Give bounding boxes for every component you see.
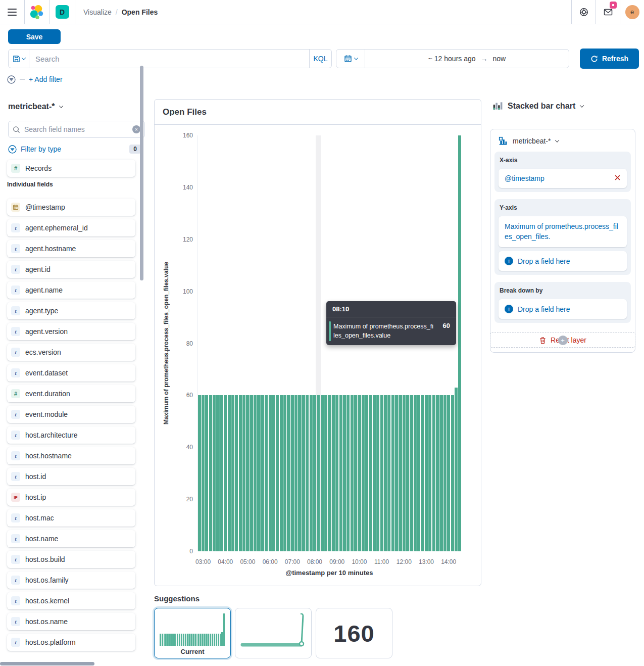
field-item[interactable]: thost.os.family <box>7 572 135 589</box>
bar[interactable] <box>209 395 212 551</box>
bar[interactable] <box>272 395 275 551</box>
bar[interactable] <box>365 395 368 551</box>
bar[interactable] <box>380 395 383 551</box>
bar[interactable] <box>447 395 450 551</box>
field-item[interactable]: thost.name <box>7 530 135 547</box>
bar[interactable] <box>406 395 409 551</box>
bar[interactable] <box>321 395 324 551</box>
save-button[interactable]: Save <box>8 29 61 44</box>
space-selector[interactable]: D <box>49 0 75 24</box>
elastic-logo[interactable] <box>25 0 49 24</box>
index-pattern-selector[interactable]: metricbeat-* <box>8 102 63 111</box>
bar[interactable] <box>332 395 335 551</box>
bar[interactable] <box>310 395 313 551</box>
bar[interactable] <box>455 388 458 551</box>
layer-index-pattern-selector[interactable]: metricbeat-* <box>494 133 631 152</box>
menu-button[interactable] <box>0 0 24 24</box>
search-input[interactable] <box>29 50 309 68</box>
quick-select-button[interactable] <box>336 50 365 68</box>
bar[interactable] <box>198 395 201 551</box>
bar[interactable] <box>239 395 242 551</box>
bar[interactable] <box>269 395 272 551</box>
bar[interactable] <box>287 395 290 551</box>
user-menu-button[interactable]: e <box>620 0 644 24</box>
add-layer-button[interactable]: + <box>490 332 635 348</box>
bar[interactable] <box>220 395 223 551</box>
clear-search-button[interactable]: × <box>132 125 140 133</box>
field-item[interactable]: thost.os.platform <box>7 634 135 651</box>
field-item[interactable]: thost.os.kernel <box>7 592 135 609</box>
bar[interactable] <box>302 395 305 551</box>
bar[interactable] <box>246 395 249 551</box>
bar[interactable] <box>216 395 219 551</box>
bar[interactable] <box>335 395 338 551</box>
bar[interactable] <box>265 395 268 551</box>
bar[interactable] <box>306 395 309 551</box>
bar[interactable] <box>439 395 442 551</box>
bar[interactable] <box>276 395 279 551</box>
field-item[interactable]: tagent.name <box>7 281 135 299</box>
bar[interactable] <box>414 395 417 551</box>
bar[interactable] <box>254 395 257 551</box>
field-item[interactable]: tagent.ephemeral_id <box>7 219 135 236</box>
field-item[interactable]: tagent.id <box>7 261 135 278</box>
bar[interactable] <box>391 395 394 551</box>
field-search-input[interactable] <box>24 125 128 133</box>
bar[interactable] <box>235 395 238 551</box>
bar[interactable] <box>242 395 245 551</box>
field-item[interactable]: tagent.type <box>7 302 135 319</box>
bar[interactable] <box>224 395 227 551</box>
bar[interactable] <box>354 395 357 551</box>
suggestion-line-chart[interactable] <box>235 608 312 658</box>
bar[interactable] <box>231 395 234 551</box>
field-list-scrollbar[interactable] <box>140 66 143 280</box>
bar[interactable] <box>294 395 298 551</box>
bar[interactable] <box>291 395 294 551</box>
suggestion-current[interactable]: Current <box>154 608 231 658</box>
newsfeed-button[interactable] <box>596 0 620 24</box>
bar[interactable] <box>313 395 316 551</box>
bar[interactable] <box>436 395 439 551</box>
bar[interactable] <box>410 395 413 551</box>
field-item[interactable]: tagent.hostname <box>7 240 135 257</box>
bar[interactable] <box>451 395 454 551</box>
bar[interactable] <box>346 395 350 551</box>
time-range-button[interactable]: ~ 12 hours ago → now <box>365 50 569 68</box>
bar[interactable] <box>443 395 447 551</box>
add-filter-button[interactable]: + Add filter <box>29 75 63 83</box>
bar[interactable] <box>343 395 346 551</box>
y-axis-dimension[interactable]: Maximum of prometheus.process_files_open… <box>499 216 627 247</box>
bar[interactable] <box>202 395 205 551</box>
bar[interactable] <box>373 395 376 551</box>
field-item[interactable]: tecs.version <box>7 344 135 361</box>
field-item[interactable]: IPhost.ip <box>7 489 135 506</box>
field-item[interactable]: #event.duration <box>7 385 135 402</box>
y-axis-drop-target[interactable]: + Drop a field here <box>499 251 627 271</box>
bar[interactable] <box>387 395 390 551</box>
bar[interactable] <box>317 395 320 551</box>
bar[interactable] <box>428 395 431 551</box>
bar[interactable] <box>298 395 301 551</box>
field-item[interactable]: tevent.dataset <box>7 364 135 382</box>
bar[interactable] <box>261 395 264 551</box>
bar[interactable] <box>228 395 231 551</box>
bar[interactable] <box>205 395 208 551</box>
bar[interactable] <box>417 395 420 551</box>
saved-query-menu-button[interactable] <box>9 50 29 68</box>
field-item[interactable]: thost.hostname <box>7 447 135 464</box>
remove-dimension-button[interactable] <box>614 174 621 182</box>
bar[interactable] <box>324 395 327 551</box>
field-item[interactable]: thost.os.name <box>7 613 135 630</box>
field-item[interactable]: @timestamp <box>7 199 135 216</box>
bar[interactable] <box>213 395 216 551</box>
horizontal-scrollbar[interactable] <box>0 662 94 665</box>
chart-type-selector[interactable]: Stacked bar chart <box>490 101 635 111</box>
bar[interactable] <box>280 395 283 551</box>
bar[interactable] <box>425 395 428 551</box>
field-item[interactable]: thost.id <box>7 468 135 485</box>
help-button[interactable] <box>572 0 596 24</box>
field-item[interactable]: thost.architecture <box>7 426 135 444</box>
bar[interactable] <box>432 395 435 551</box>
bar[interactable] <box>403 395 406 551</box>
bar[interactable] <box>384 395 387 551</box>
